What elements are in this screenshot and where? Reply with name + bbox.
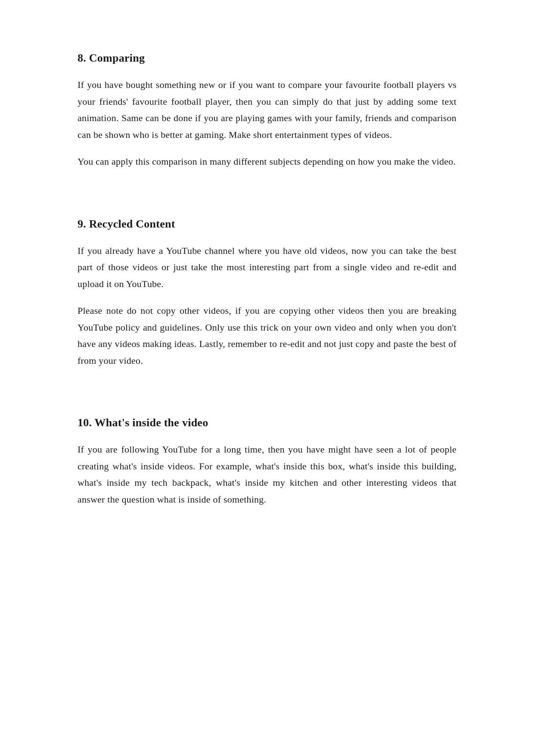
section-body-whats-inside: If you are following YouTube for a long … [78,441,456,508]
section-body-comparing: If you have bought something new or if y… [78,77,456,170]
section-comparing: 8. Comparing If you have bought somethin… [78,52,456,170]
section-recycled-content: 9. Recycled Content If you already have … [78,218,456,369]
paragraph-recycled-1: If you already have a YouTube channel wh… [78,243,456,293]
section-body-recycled: If you already have a YouTube channel wh… [78,243,456,369]
divider-1 [78,196,456,218]
paragraph-comparing-1: If you have bought something new or if y… [78,77,456,143]
divider-2 [78,395,456,416]
paragraph-comparing-2: You can apply this comparison in many di… [78,153,456,170]
section-heading-whats-inside: 10. What's inside the video [78,416,456,429]
paragraph-whats-inside-1: If you are following YouTube for a long … [78,441,456,508]
paragraph-recycled-2: Please note do not copy other videos, if… [78,303,456,369]
section-heading-recycled: 9. Recycled Content [78,218,456,231]
page: 8. Comparing If you have bought somethin… [0,0,534,756]
section-whats-inside: 10. What's inside the video If you are f… [78,416,456,508]
section-heading-comparing: 8. Comparing [78,52,456,65]
